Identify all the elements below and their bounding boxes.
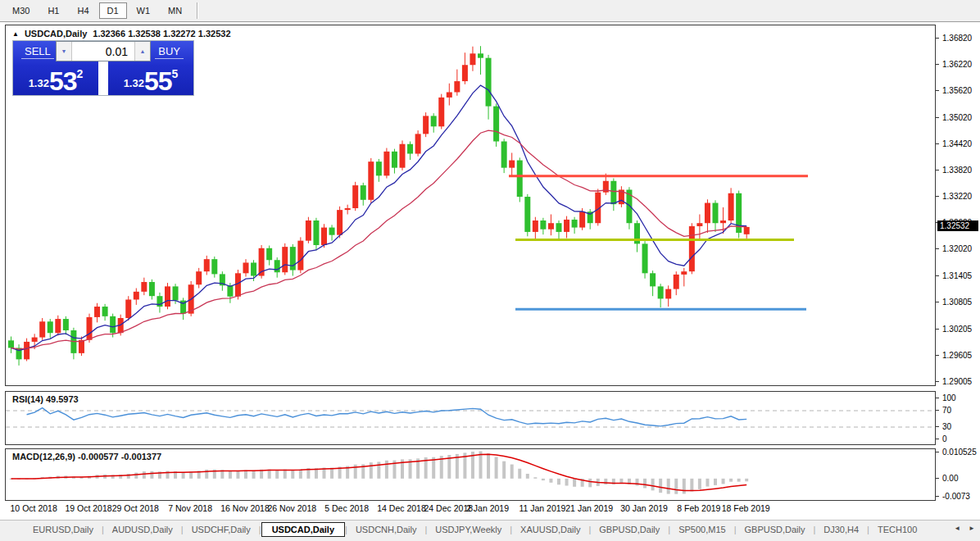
chart-tab-gbpusd[interactable]: GBPUSD,Daily (736, 522, 813, 537)
chart-symbol-label: USDCAD,Daily (25, 29, 87, 39)
axis-tick (936, 64, 939, 65)
macd-histogram-bar (604, 479, 607, 484)
macd-histogram-bar (533, 477, 537, 479)
axis-tick (936, 302, 939, 302)
candle (470, 47, 475, 71)
axis-tick (936, 248, 939, 249)
triangle-down-icon: ▼ (61, 48, 67, 54)
chart-tab-eurusd[interactable]: EURUSD,Daily (25, 522, 102, 537)
axis-tick (936, 381, 939, 382)
candle (306, 217, 311, 243)
macd-histogram-bar (549, 479, 552, 483)
price-axis-label: 1.31405 (942, 271, 972, 280)
candle (290, 244, 296, 276)
macd-panel: MACD(12,26,9) -0.000577 -0.001377 (5, 448, 936, 501)
chart-tab-sp500[interactable]: SP500,M15 (670, 522, 733, 537)
macd-histogram-bar (291, 470, 294, 478)
rsi-label: RSI(14) 49.5973 (12, 394, 79, 404)
macd-histogram-bar (729, 479, 733, 482)
status-strip (0, 538, 980, 541)
chart-tab-xauusd[interactable]: XAUUSD,Daily (512, 522, 588, 537)
date-axis-label: 18 Feb 2019 (711, 503, 780, 513)
candle (361, 183, 366, 206)
price-axis-label: 1.30805 (942, 298, 972, 307)
macd-histogram-bar (542, 479, 545, 480)
timeframe-button-h4[interactable]: H4 (69, 2, 97, 19)
chart-tab-tech100[interactable]: TECH100 (869, 522, 925, 537)
candle (157, 293, 162, 313)
timeframe-button-m30[interactable]: M30 (4, 2, 38, 19)
timeframe-button-w1[interactable]: W1 (129, 2, 159, 19)
tab-scroll-left-icon[interactable]: ◄ (951, 523, 964, 534)
volume-decrease-button[interactable]: ▼ (57, 42, 72, 61)
axis-tick (936, 275, 939, 276)
tab-scroll-arrows: ◄ ► (951, 523, 978, 534)
buy-price-small: 1.32 (124, 77, 144, 89)
chart-tab-usdchf[interactable]: USDCHF,Daily (184, 522, 259, 537)
macd-histogram-bar (659, 479, 662, 493)
candle (297, 237, 303, 273)
candle (681, 268, 687, 287)
candle (462, 52, 468, 84)
candle (376, 159, 382, 182)
timeframe-button-mn[interactable]: MN (160, 2, 190, 19)
candle (39, 318, 45, 340)
price-axis-label: 1.34420 (942, 139, 972, 148)
chart-tab-usdcad[interactable]: USDCAD,Daily (261, 522, 345, 537)
macd-histogram-bar (150, 471, 153, 479)
candle (478, 46, 483, 75)
timeframe-button-d1[interactable]: D1 (99, 2, 127, 19)
rsi-axis-label: 70 (942, 406, 951, 415)
candle (282, 243, 288, 275)
axis-tick (936, 90, 939, 91)
macd-histogram-bar (667, 479, 670, 494)
chart-tab-usdjpy[interactable]: USDJPY,Weekly (427, 522, 510, 537)
macd-histogram-bar (690, 479, 693, 492)
macd-histogram-bar (495, 457, 498, 478)
candle (493, 103, 499, 147)
macd-histogram-bar (683, 479, 686, 494)
sell-price-small: 1.32 (29, 77, 49, 89)
candle (728, 188, 734, 223)
rsi-axis-label: 100 (942, 393, 956, 402)
candle (696, 214, 702, 240)
rsi-canvas[interactable] (6, 392, 935, 444)
candle (134, 289, 139, 305)
one-click-trade-panel: SELL 1.32 53 2 ▼ 0.01 ▲ BUY (12, 40, 194, 96)
chart-tab-gbpusd[interactable]: GBPUSD,Daily (591, 522, 668, 537)
axis-tick (936, 478, 939, 479)
collapse-panel-icon[interactable]: ▲ (12, 30, 19, 38)
candle (736, 191, 742, 239)
candle (141, 278, 147, 295)
axis-tick (936, 426, 939, 427)
macd-histogram-bar (502, 461, 506, 479)
candle (204, 256, 210, 275)
chart-tab-audusd[interactable]: AUDUSD,Daily (104, 522, 181, 537)
macd-axis-label: 0.010525 (942, 448, 977, 457)
macd-histogram-bar (651, 479, 655, 491)
candle (329, 225, 335, 240)
tab-scroll-right-icon[interactable]: ► (965, 523, 978, 534)
timeframe-button-h1[interactable]: H1 (39, 2, 67, 19)
candle (658, 284, 664, 307)
chart-tab-dj30[interactable]: DJ30,H4 (815, 522, 867, 537)
sell-price-pip: 2 (77, 67, 84, 80)
candle (619, 186, 624, 207)
triangle-up-icon: ▲ (140, 48, 146, 54)
candle (180, 298, 186, 320)
mt4-window: M30H1H4D1W1MN ▲ USDCAD,Daily 1.32366 1.3… (0, 0, 980, 541)
volume-value[interactable]: 0.01 (72, 42, 134, 61)
sell-price[interactable]: 1.32 53 2 (13, 67, 98, 93)
macd-histogram-bar (236, 471, 239, 479)
buy-price[interactable]: 1.32 55 5 (108, 67, 193, 93)
macd-histogram-bar (706, 479, 709, 487)
volume-increase-button[interactable]: ▲ (134, 42, 150, 61)
candle (94, 303, 100, 323)
candle (8, 337, 14, 353)
price-axis-label: 1.36820 (942, 34, 972, 43)
macd-histogram-bar (565, 479, 569, 486)
toolbar-separator (197, 2, 198, 19)
candle (438, 94, 444, 130)
macd-histogram-bar (385, 461, 388, 479)
chart-tab-usdcnh[interactable]: USDCNH,Daily (347, 522, 425, 537)
